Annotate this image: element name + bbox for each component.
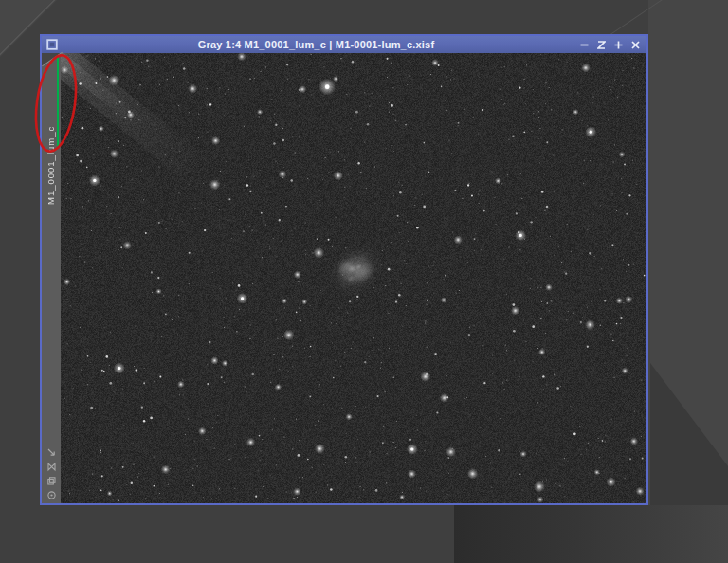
maximize-icon[interactable] — [614, 41, 623, 49]
active-tab-indicator — [57, 58, 59, 146]
starfield-image[interactable] — [61, 53, 646, 503]
side-panel-icons — [42, 447, 61, 500]
side-panel: M1_0001_lum_c — [42, 53, 61, 503]
tab-label[interactable]: M1_0001_lum_c — [46, 126, 56, 205]
workspace-bg-right — [648, 0, 728, 563]
window-icon — [46, 39, 58, 50]
window-content: M1_0001_lum_c — [42, 53, 646, 503]
workspace-bg-right-dark — [648, 0, 728, 563]
window-title: Gray 1:4 M1_0001_lum_c | M1-0001-lum_c.x… — [58, 39, 574, 50]
window-controls — [580, 41, 640, 49]
close-icon[interactable] — [631, 41, 640, 49]
image-window: Gray 1:4 M1_0001_lum_c | M1-0001-lum_c.x… — [40, 34, 648, 505]
duplicate-icon[interactable] — [46, 476, 57, 486]
minimize-icon[interactable] — [580, 41, 589, 49]
workspace-bg-diagonal-line-2 — [609, 0, 665, 36]
window-titlebar[interactable]: Gray 1:4 M1_0001_lum_c | M1-0001-lum_c.x… — [42, 36, 646, 53]
fit-view-icon[interactable] — [46, 462, 57, 472]
shade-icon[interactable] — [597, 41, 606, 49]
pan-arrow-icon[interactable] — [46, 447, 57, 458]
workspace-bg-bottom-band — [454, 505, 728, 563]
center-target-icon[interactable] — [46, 490, 57, 500]
